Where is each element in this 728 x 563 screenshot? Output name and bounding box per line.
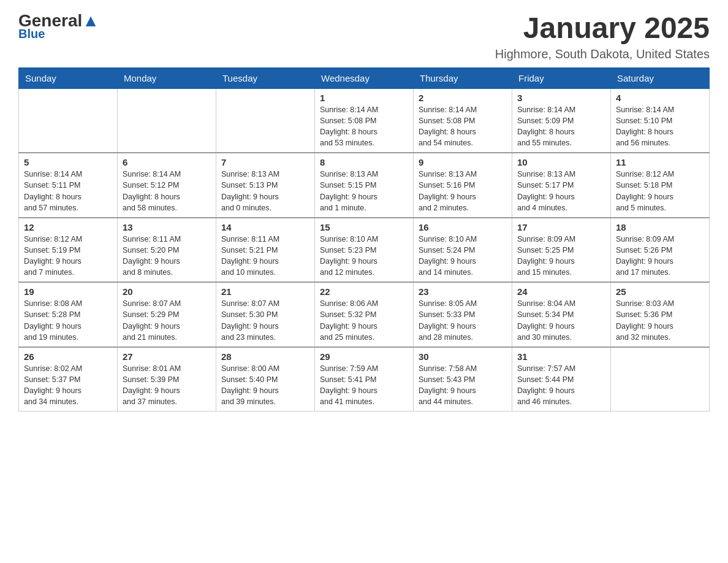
day-number: 28 bbox=[221, 351, 309, 362]
page-subtitle: Highmore, South Dakota, United States bbox=[495, 47, 710, 61]
day-header-thursday: Thursday bbox=[414, 67, 512, 88]
day-sun-info: Sunrise: 8:04 AMSunset: 5:34 PMDaylight:… bbox=[517, 298, 605, 343]
calendar-header-row: SundayMondayTuesdayWednesdayThursdayFrid… bbox=[19, 67, 710, 88]
day-number: 6 bbox=[123, 157, 211, 167]
day-number: 30 bbox=[419, 351, 507, 362]
calendar-cell: 17Sunrise: 8:09 AMSunset: 5:25 PMDayligh… bbox=[512, 218, 611, 283]
calendar-cell: 10Sunrise: 8:13 AMSunset: 5:17 PMDayligh… bbox=[512, 153, 611, 218]
day-number: 13 bbox=[123, 222, 211, 232]
day-number: 29 bbox=[320, 351, 408, 362]
day-number: 4 bbox=[616, 93, 704, 103]
page-header: General▲ Blue January 2025 Highmore, Sou… bbox=[18, 12, 710, 61]
calendar-cell: 9Sunrise: 8:13 AMSunset: 5:16 PMDaylight… bbox=[414, 153, 512, 218]
day-number: 5 bbox=[24, 157, 112, 167]
day-sun-info: Sunrise: 7:59 AMSunset: 5:41 PMDaylight:… bbox=[320, 363, 408, 408]
calendar-cell: 29Sunrise: 7:59 AMSunset: 5:41 PMDayligh… bbox=[315, 347, 414, 412]
calendar-week-row: 26Sunrise: 8:02 AMSunset: 5:37 PMDayligh… bbox=[19, 347, 710, 412]
day-number: 26 bbox=[24, 351, 112, 362]
title-block: January 2025 Highmore, South Dakota, Uni… bbox=[495, 12, 710, 61]
day-number: 8 bbox=[320, 157, 408, 167]
day-number: 24 bbox=[517, 286, 605, 297]
day-number: 9 bbox=[419, 157, 507, 167]
day-number: 25 bbox=[616, 286, 704, 297]
calendar-cell: 24Sunrise: 8:04 AMSunset: 5:34 PMDayligh… bbox=[512, 282, 611, 347]
calendar-cell: 12Sunrise: 8:12 AMSunset: 5:19 PMDayligh… bbox=[19, 218, 118, 283]
calendar-week-row: 5Sunrise: 8:14 AMSunset: 5:11 PMDaylight… bbox=[19, 153, 710, 218]
day-number: 1 bbox=[320, 93, 408, 103]
day-header-wednesday: Wednesday bbox=[315, 67, 414, 88]
logo-triangle-icon: ▲ bbox=[82, 11, 99, 30]
day-number: 15 bbox=[320, 222, 408, 232]
calendar-cell: 2Sunrise: 8:14 AMSunset: 5:08 PMDaylight… bbox=[414, 88, 512, 153]
day-number: 22 bbox=[320, 286, 408, 297]
calendar-cell: 31Sunrise: 7:57 AMSunset: 5:44 PMDayligh… bbox=[512, 347, 611, 412]
calendar-week-row: 19Sunrise: 8:08 AMSunset: 5:28 PMDayligh… bbox=[19, 282, 710, 347]
day-sun-info: Sunrise: 8:10 AMSunset: 5:24 PMDaylight:… bbox=[419, 234, 507, 278]
day-sun-info: Sunrise: 8:00 AMSunset: 5:40 PMDaylight:… bbox=[221, 363, 309, 408]
day-sun-info: Sunrise: 8:14 AMSunset: 5:11 PMDaylight:… bbox=[24, 169, 112, 213]
day-number: 12 bbox=[24, 222, 112, 232]
calendar-cell: 19Sunrise: 8:08 AMSunset: 5:28 PMDayligh… bbox=[19, 282, 118, 347]
day-sun-info: Sunrise: 8:13 AMSunset: 5:17 PMDaylight:… bbox=[517, 169, 605, 213]
day-sun-info: Sunrise: 8:14 AMSunset: 5:08 PMDaylight:… bbox=[320, 104, 408, 149]
day-sun-info: Sunrise: 8:14 AMSunset: 5:08 PMDaylight:… bbox=[419, 104, 507, 149]
calendar-week-row: 12Sunrise: 8:12 AMSunset: 5:19 PMDayligh… bbox=[19, 218, 710, 283]
day-sun-info: Sunrise: 8:12 AMSunset: 5:19 PMDaylight:… bbox=[24, 234, 112, 278]
day-sun-info: Sunrise: 8:11 AMSunset: 5:21 PMDaylight:… bbox=[221, 234, 309, 278]
calendar-week-row: 1Sunrise: 8:14 AMSunset: 5:08 PMDaylight… bbox=[19, 88, 710, 153]
day-sun-info: Sunrise: 8:05 AMSunset: 5:33 PMDaylight:… bbox=[419, 298, 507, 343]
logo: General▲ Blue bbox=[18, 12, 99, 41]
calendar-cell: 20Sunrise: 8:07 AMSunset: 5:29 PMDayligh… bbox=[118, 282, 216, 347]
calendar-cell: 27Sunrise: 8:01 AMSunset: 5:39 PMDayligh… bbox=[118, 347, 216, 412]
day-number: 14 bbox=[221, 222, 309, 232]
page-title: January 2025 bbox=[495, 12, 710, 45]
calendar-cell: 13Sunrise: 8:11 AMSunset: 5:20 PMDayligh… bbox=[118, 218, 216, 283]
day-sun-info: Sunrise: 8:12 AMSunset: 5:18 PMDaylight:… bbox=[616, 169, 704, 213]
calendar-cell bbox=[216, 88, 315, 153]
calendar-cell: 22Sunrise: 8:06 AMSunset: 5:32 PMDayligh… bbox=[315, 282, 414, 347]
day-number: 19 bbox=[24, 286, 112, 297]
logo-blue-text: Blue bbox=[18, 27, 45, 41]
calendar-cell: 1Sunrise: 8:14 AMSunset: 5:08 PMDaylight… bbox=[315, 88, 414, 153]
calendar-cell: 8Sunrise: 8:13 AMSunset: 5:15 PMDaylight… bbox=[315, 153, 414, 218]
day-sun-info: Sunrise: 8:01 AMSunset: 5:39 PMDaylight:… bbox=[123, 363, 211, 408]
calendar-cell: 28Sunrise: 8:00 AMSunset: 5:40 PMDayligh… bbox=[216, 347, 315, 412]
calendar-cell: 7Sunrise: 8:13 AMSunset: 5:13 PMDaylight… bbox=[216, 153, 315, 218]
day-sun-info: Sunrise: 8:13 AMSunset: 5:13 PMDaylight:… bbox=[221, 169, 309, 213]
calendar-cell: 23Sunrise: 8:05 AMSunset: 5:33 PMDayligh… bbox=[414, 282, 512, 347]
day-number: 27 bbox=[123, 351, 211, 362]
calendar-cell: 11Sunrise: 8:12 AMSunset: 5:18 PMDayligh… bbox=[611, 153, 710, 218]
day-number: 11 bbox=[616, 157, 704, 167]
calendar-cell bbox=[19, 88, 118, 153]
day-number: 3 bbox=[517, 93, 605, 103]
calendar-cell: 26Sunrise: 8:02 AMSunset: 5:37 PMDayligh… bbox=[19, 347, 118, 412]
day-sun-info: Sunrise: 8:13 AMSunset: 5:15 PMDaylight:… bbox=[320, 169, 408, 213]
day-sun-info: Sunrise: 8:08 AMSunset: 5:28 PMDaylight:… bbox=[24, 298, 112, 343]
day-number: 20 bbox=[123, 286, 211, 297]
day-number: 31 bbox=[517, 351, 605, 362]
day-sun-info: Sunrise: 8:03 AMSunset: 5:36 PMDaylight:… bbox=[616, 298, 704, 343]
day-number: 18 bbox=[616, 222, 704, 232]
calendar-cell: 30Sunrise: 7:58 AMSunset: 5:43 PMDayligh… bbox=[414, 347, 512, 412]
day-sun-info: Sunrise: 8:09 AMSunset: 5:25 PMDaylight:… bbox=[517, 234, 605, 278]
day-sun-info: Sunrise: 8:14 AMSunset: 5:12 PMDaylight:… bbox=[123, 169, 211, 213]
calendar-cell: 3Sunrise: 8:14 AMSunset: 5:09 PMDaylight… bbox=[512, 88, 611, 153]
day-sun-info: Sunrise: 8:14 AMSunset: 5:10 PMDaylight:… bbox=[616, 104, 704, 149]
calendar-cell bbox=[118, 88, 216, 153]
day-sun-info: Sunrise: 8:10 AMSunset: 5:23 PMDaylight:… bbox=[320, 234, 408, 278]
day-header-saturday: Saturday bbox=[611, 67, 710, 88]
day-sun-info: Sunrise: 8:02 AMSunset: 5:37 PMDaylight:… bbox=[24, 363, 112, 408]
day-header-tuesday: Tuesday bbox=[216, 67, 315, 88]
calendar-cell bbox=[611, 347, 710, 412]
day-sun-info: Sunrise: 8:14 AMSunset: 5:09 PMDaylight:… bbox=[517, 104, 605, 149]
day-sun-info: Sunrise: 7:58 AMSunset: 5:43 PMDaylight:… bbox=[419, 363, 507, 408]
calendar-cell: 25Sunrise: 8:03 AMSunset: 5:36 PMDayligh… bbox=[611, 282, 710, 347]
day-number: 23 bbox=[419, 286, 507, 297]
calendar-cell: 21Sunrise: 8:07 AMSunset: 5:30 PMDayligh… bbox=[216, 282, 315, 347]
calendar-cell: 5Sunrise: 8:14 AMSunset: 5:11 PMDaylight… bbox=[19, 153, 118, 218]
day-sun-info: Sunrise: 8:13 AMSunset: 5:16 PMDaylight:… bbox=[419, 169, 507, 213]
calendar-cell: 18Sunrise: 8:09 AMSunset: 5:26 PMDayligh… bbox=[611, 218, 710, 283]
day-number: 17 bbox=[517, 222, 605, 232]
day-sun-info: Sunrise: 8:11 AMSunset: 5:20 PMDaylight:… bbox=[123, 234, 211, 278]
day-number: 16 bbox=[419, 222, 507, 232]
